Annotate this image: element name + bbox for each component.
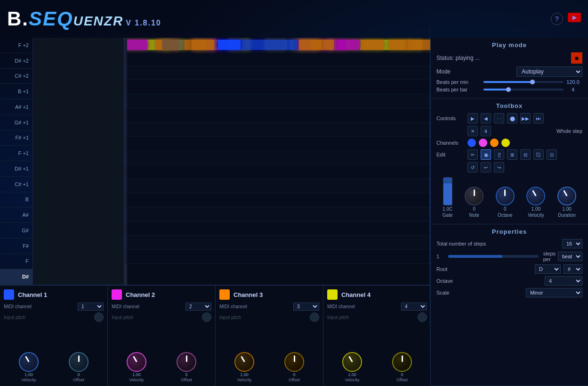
youtube-icon[interactable]: ▶ <box>568 13 581 22</box>
ch2-velocity-knob-item: 1.00 Velocity <box>127 352 146 382</box>
ch1-offset-knob[interactable] <box>69 352 89 372</box>
prev-button[interactable]: ◀ <box>481 113 491 123</box>
root-label: Root <box>436 266 532 272</box>
note-label-as1: A# +1 <box>0 99 32 115</box>
edit-label: Edit <box>436 152 465 157</box>
steps-per-select[interactable]: beatbar <box>558 252 582 261</box>
ch4-header: Channel 4 <box>327 289 427 300</box>
pause-button[interactable]: ⏸ <box>481 126 491 136</box>
ch2-velocity-val: 1.00 <box>132 372 141 377</box>
right-panel: Play mode Status: playing ... ■ Mode Aut… <box>430 38 588 386</box>
bpm-label: Beats per min <box>436 79 483 85</box>
scatter-button[interactable]: ⣿ <box>494 149 504 160</box>
toolbox-title: Toolbox <box>436 102 582 109</box>
note-label-ds: D# <box>0 269 32 285</box>
total-steps-select[interactable]: 16832 <box>562 239 582 248</box>
status-row: Status: playing ... ■ <box>436 52 582 64</box>
ch4-offset-knob[interactable] <box>392 352 412 372</box>
ch4-name: Channel 4 <box>341 291 371 298</box>
stop-button[interactable]: ■ <box>571 52 582 64</box>
forward-button[interactable]: ▶▶ <box>520 113 531 123</box>
step-button[interactable]: ⬝⬝ <box>494 113 504 123</box>
knobs-row: 1.0C Gate 0 Note 0 Octave <box>436 175 582 220</box>
octave-prop-label: Octave <box>436 278 542 284</box>
bpm-slider[interactable] <box>483 81 564 83</box>
ch1-pitch-row: Input pitch <box>4 312 104 322</box>
align-button[interactable]: ⊞ <box>507 149 517 160</box>
note-label: Note <box>469 213 479 218</box>
ch3-velocity-knob[interactable] <box>234 352 254 372</box>
octave-prop-select[interactable]: 435 <box>545 276 582 286</box>
note-labels: F +2 D# +2 C# +2 B +1 A# +1 G# +1 F# +1 … <box>0 38 33 285</box>
steps-per-label: steps per <box>543 251 556 262</box>
note-knob[interactable] <box>465 187 483 205</box>
ch1-midi-select[interactable]: 1234 <box>78 303 104 311</box>
ch1-offset-val: 0 <box>77 372 80 377</box>
ch2-velocity-knob[interactable] <box>127 352 146 372</box>
root-select[interactable]: DCE <box>535 264 561 274</box>
ch4-dot[interactable] <box>501 139 510 147</box>
ch4-knobs: 1.00 Velocity 0 Offset <box>327 352 427 382</box>
ch1-header: Channel 1 <box>4 289 104 300</box>
gate-slider[interactable] <box>443 177 452 205</box>
steps-bar[interactable] <box>448 255 539 258</box>
select-button[interactable]: ▣ <box>481 149 491 160</box>
undo-button[interactable]: ↩ <box>481 162 491 172</box>
octave-val: 0 <box>504 206 507 212</box>
ch3-knobs: 1.00 Velocity 0 Offset <box>219 352 319 382</box>
more-button[interactable]: ⊡ <box>547 149 557 160</box>
ch1-dot[interactable] <box>467 139 476 147</box>
velocity-knob[interactable] <box>526 187 545 205</box>
duration-knob-item: 1.00 Duration <box>557 187 576 218</box>
edit-row: Edit ✏ ▣ ⣿ ⊞ ⊟ ⿻ ⊡ <box>436 149 582 160</box>
mode-label: Mode <box>436 68 451 75</box>
velocity-label: Velocity <box>528 213 544 218</box>
duration-knob[interactable] <box>557 187 576 205</box>
ch3-offset-knob[interactable] <box>284 352 304 372</box>
ch1-midi-row: MIDI channel 1234 <box>4 303 104 311</box>
record-button[interactable]: ⬤ <box>507 113 517 123</box>
play-mode-title: Play mode <box>436 41 582 49</box>
pencil-button[interactable]: ✏ <box>467 149 478 160</box>
redo-button[interactable]: ↪ <box>494 162 504 172</box>
octave-knob[interactable] <box>496 187 515 205</box>
ch2-offset-knob[interactable] <box>177 352 196 372</box>
root-mod-select[interactable]: #b♮ <box>564 264 582 274</box>
note-val: 0 <box>473 206 475 212</box>
ch4-velocity-label: Velocity <box>345 378 359 382</box>
octave-knob-item: 0 Octave <box>496 187 515 218</box>
grid-container[interactable] <box>33 38 431 285</box>
ch4-midi-select[interactable]: 1234 <box>401 303 427 311</box>
ch1-offset-label: Offset <box>73 378 84 382</box>
note-label-f2: F +2 <box>0 38 32 53</box>
ch1-pitch-label: Input pitch <box>4 315 25 320</box>
ch1-knobs: 1.00 Velocity 0 Offset <box>4 352 104 382</box>
scale-select[interactable]: MinorMajorDorian <box>526 288 582 297</box>
ch4-velocity-knob[interactable] <box>342 352 362 372</box>
ch2-offset-knob-item: 0 Offset <box>177 352 196 382</box>
x-button[interactable]: ✕ <box>467 126 478 136</box>
loop-button[interactable]: ↺ <box>467 162 478 172</box>
bpb-slider[interactable] <box>483 89 564 90</box>
ch3-dot[interactable] <box>490 139 499 147</box>
play-button[interactable]: ▶ <box>467 113 478 123</box>
skip-button[interactable]: ⏭ <box>533 113 544 123</box>
ch1-velocity-knob[interactable] <box>19 352 39 372</box>
help-icon[interactable]: ? <box>551 13 563 25</box>
ch3-midi-select[interactable]: 1234 <box>293 303 319 311</box>
gate-knob-item: 1.0C Gate <box>443 177 453 218</box>
ch2-midi-row: MIDI channel 1234 <box>112 303 211 311</box>
duration-label: Duration <box>558 213 576 218</box>
grid-button[interactable]: ⊟ <box>520 149 531 160</box>
mode-select[interactable]: Autoplay Manual <box>516 66 582 77</box>
controls-row: Controls ▶ ◀ ⬝⬝ ⬤ ▶▶ ⏭ <box>436 113 582 123</box>
copy-button[interactable]: ⿻ <box>533 149 544 160</box>
ch4-velocity-val: 1.00 <box>348 372 356 377</box>
app-logo: B.SEQUENZRV 1.8.10 <box>7 8 161 30</box>
ch2-midi-select[interactable]: 1234 <box>185 303 211 311</box>
note-label-b: B <box>0 192 32 208</box>
steps-slider-row: 1 steps per beatbar <box>436 251 582 262</box>
ch3-name: Channel 3 <box>234 291 263 298</box>
ch2-dot[interactable] <box>479 139 487 147</box>
ch2-velocity-label: Velocity <box>129 378 144 382</box>
